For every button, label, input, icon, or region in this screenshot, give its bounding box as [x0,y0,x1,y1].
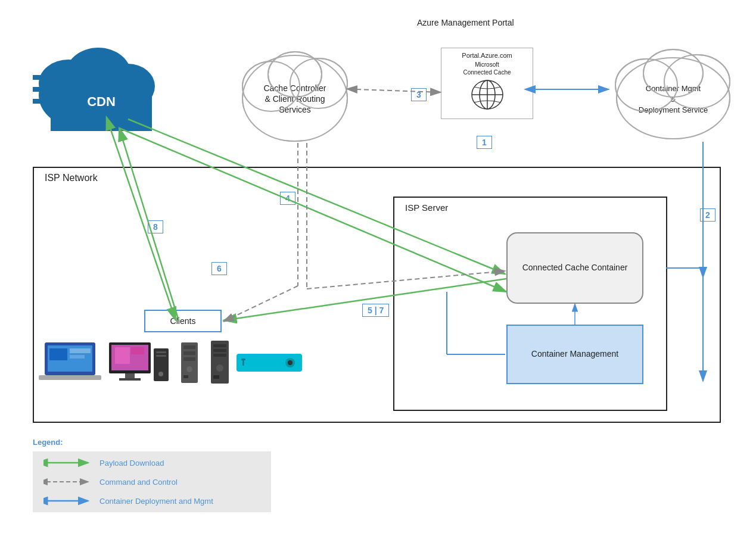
isp-network-label: ISP Network [45,173,98,183]
svg-text:Deployment Service: Deployment Service [639,105,708,114]
container-mgmt-cloud: Container Mgmt & Deployment Service [608,33,739,148]
container-management-box: Container Management [506,325,643,384]
desktop-icon [106,339,172,386]
svg-rect-93 [242,360,244,366]
svg-rect-75 [156,351,166,353]
isp-server-label: ISP Server [405,202,448,213]
svg-point-82 [186,366,192,372]
svg-rect-73 [119,378,141,381]
svg-point-88 [216,364,223,372]
svg-rect-76 [156,355,166,357]
main-diagram: Azure Management Portal ISP Network ISP … [0,0,756,536]
legend-item-payload: Payload Download [43,457,260,468]
legend-title: Legend: [33,438,283,447]
clients-box: Clients [144,310,222,332]
payload-arrow-icon [43,457,91,468]
svg-point-77 [158,372,163,376]
badge-2: 2 [700,208,715,222]
cdn-cloud: CDN [33,30,170,139]
svg-rect-87 [213,354,226,357]
svg-rect-85 [213,344,226,347]
svg-rect-65 [70,348,91,353]
azure-label: Azure Management Portal [417,18,514,27]
svg-rect-66 [70,355,85,359]
svg-text:CDN: CDN [87,94,116,109]
clients-label: Clients [170,316,196,326]
cache-container-label: Connected Cache Container [522,262,628,274]
server-tower-2-icon [208,339,232,386]
svg-rect-67 [39,375,101,380]
svg-rect-64 [49,348,67,360]
container-management-label: Container Management [531,348,618,360]
svg-rect-86 [213,349,226,352]
legend-section: Legend: Payload Download [33,438,283,512]
svg-rect-94 [241,359,245,360]
container-legend-label: Container Deployment and Mgmt [99,497,213,506]
svg-rect-79 [183,345,195,349]
svg-rect-89 [213,375,219,379]
devices-area [39,339,305,386]
server-tower-1-icon [176,339,203,386]
svg-rect-83 [183,375,188,378]
container-arrow-icon [43,496,91,506]
command-arrow-icon [43,476,91,487]
cache-controller-cloud: Cache Controller & Client Routing Servic… [235,33,354,154]
badge-1: 1 [477,136,492,149]
svg-rect-71 [131,347,144,354]
iot-device-icon [237,348,305,378]
badge-4: 4 [280,192,295,205]
badge-5-7: 5 | 7 [362,304,389,317]
legend-item-command: Command and Control [43,476,260,487]
svg-rect-72 [125,373,135,378]
laptop-icon [39,339,101,386]
legend-item-container: Container Deployment and Mgmt [43,496,260,506]
badge-8: 8 [148,220,163,233]
portal-box: Portal.Azure.com Microsoft Connected Cac… [441,48,533,119]
portal-url: Portal.Azure.com [462,52,512,59]
legend-box: Payload Download Command and Control [33,451,271,512]
badge-3: 3 [411,88,427,101]
cache-container-box: Connected Cache Container [506,232,643,304]
badge-6: 6 [211,262,227,275]
svg-rect-80 [183,351,195,355]
portal-subtitle: Microsoft Connected Cache [463,61,511,76]
svg-rect-70 [115,347,130,364]
command-legend-label: Command and Control [99,478,178,487]
svg-text:& Client Routing: & Client Routing [265,94,325,104]
svg-rect-81 [183,357,195,361]
payload-legend-label: Payload Download [99,459,164,468]
svg-point-92 [288,360,293,365]
svg-line-49 [356,89,441,92]
